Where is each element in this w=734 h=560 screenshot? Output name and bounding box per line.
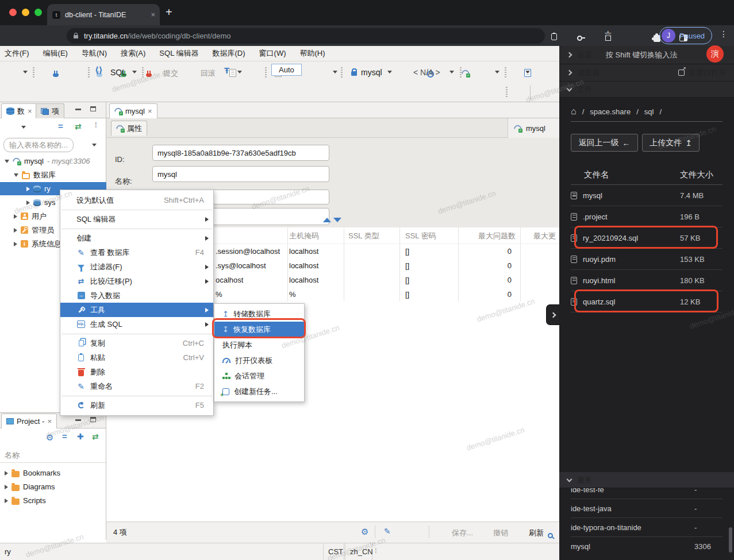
submenu-item-open-dashboard[interactable]: 打开仪表板 <box>214 353 304 368</box>
panel-connection-dropdown-icon[interactable] <box>21 126 26 129</box>
expander-icon[interactable] <box>5 471 8 476</box>
menu-item-generate-sql[interactable]: 生成 SQL <box>60 317 213 331</box>
grid-cell-ssl[interactable]: [] <box>405 290 409 299</box>
expander-icon[interactable] <box>14 214 17 219</box>
project-item-diagrams[interactable]: Diagrams <box>5 480 55 493</box>
minimize-panel-icon[interactable] <box>75 419 81 421</box>
transaction-dropdown-icon[interactable] <box>237 71 242 74</box>
grid-cell-host[interactable]: localhost <box>289 261 318 270</box>
grid-cell-max[interactable]: 0 <box>477 247 512 256</box>
service-row[interactable]: ide-test-java - <box>571 499 723 518</box>
menu-sql-editor[interactable]: SQL 编辑器 <box>159 48 198 59</box>
tree-users[interactable]: 用户 <box>14 210 47 223</box>
grid-header-ssl-type[interactable]: SSL 类型 <box>348 231 379 241</box>
table-filter-input[interactable]: 输入表格名称的... <box>3 138 74 152</box>
tab-close-icon[interactable]: × <box>148 107 152 115</box>
commit-button[interactable]: 提交 <box>163 68 178 79</box>
splitter-up-icon[interactable] <box>323 218 331 222</box>
sidebar-services-row[interactable]: 服务 <box>559 472 734 488</box>
zoom-window-button[interactable] <box>34 9 42 16</box>
grid-cell-user[interactable]: .sys@localhost <box>216 261 266 270</box>
expander-icon[interactable] <box>26 200 30 205</box>
submenu-item-session-manager[interactable]: 会话管理 <box>214 368 304 384</box>
grid-search-icon[interactable] <box>548 533 553 538</box>
undo-button[interactable]: 撤销 <box>493 528 508 538</box>
maximize-panel-icon[interactable] <box>90 106 96 111</box>
splitter-down-icon[interactable] <box>333 218 341 222</box>
filter-dropdown-icon[interactable] <box>92 144 97 146</box>
maximize-panel-icon[interactable] <box>90 417 96 422</box>
home-icon[interactable]: ⌂ <box>571 106 577 117</box>
menu-item-compare-migrate[interactable]: ⇄ 比较/迁移(P) <box>60 274 213 288</box>
open-new-window-label[interactable]: 新窗口打开 <box>689 68 726 78</box>
transaction-mode-icon[interactable]: Ŧ <box>224 65 229 75</box>
expander-icon[interactable] <box>5 499 8 503</box>
menu-help[interactable]: 帮助(H) <box>299 48 325 59</box>
menu-item-rename[interactable]: ✎ 重命名F2 <box>60 379 213 393</box>
grid-cell-max[interactable]: 0 <box>477 290 512 299</box>
expander-icon[interactable] <box>14 242 17 246</box>
grid-cell-user[interactable]: ocalhost <box>216 276 243 284</box>
tab-databases[interactable]: 数 × <box>1 103 37 118</box>
profile-button[interactable]: J Paused <box>659 27 712 44</box>
menu-edit[interactable]: 编辑(E) <box>43 48 68 59</box>
menu-item-filter[interactable]: 过滤器(F) <box>60 260 213 274</box>
disconnect-icon[interactable] <box>145 70 152 78</box>
bookmark-star-icon[interactable]: ☆ <box>604 29 612 39</box>
expander-icon[interactable] <box>5 485 8 489</box>
menu-item-create[interactable]: 创建 <box>60 231 213 245</box>
minimize-panel-icon[interactable] <box>75 109 81 110</box>
grid-header-max-questions[interactable]: 最大问题数 <box>458 231 516 241</box>
menu-item-delete[interactable]: 删除 <box>60 365 213 379</box>
grid-cell-ssl[interactable]: [] <box>405 247 409 256</box>
panel-kebab-icon[interactable]: ⁞ <box>95 121 97 129</box>
new-connection-dropdown-icon[interactable] <box>23 71 28 74</box>
clipboard-icon[interactable] <box>551 33 557 40</box>
sql-dropdown-icon[interactable] <box>132 71 137 74</box>
submenu-item-restore-database[interactable]: ↧ 恢复数据库 <box>214 322 304 337</box>
menu-item-tools[interactable]: 工具 <box>60 303 213 317</box>
upload-file-button[interactable]: 上传文件↥ <box>642 134 700 152</box>
minimize-window-button[interactable] <box>22 9 29 16</box>
menu-navigate[interactable]: 导航(N) <box>82 48 107 59</box>
collapse-all-icon[interactable]: = <box>58 121 63 131</box>
browser-kebab-icon[interactable]: ⋮ <box>720 29 728 38</box>
expander-icon[interactable] <box>14 173 18 177</box>
tab-close-icon[interactable]: × <box>151 10 155 19</box>
tree-databases-folder[interactable]: 数据库 <box>14 168 56 181</box>
collapse-all-icon[interactable]: = <box>62 431 67 441</box>
name-field[interactable] <box>152 166 329 182</box>
history-dropdown-icon[interactable] <box>333 71 337 74</box>
tab-close-icon[interactable]: × <box>28 107 32 115</box>
expand-icon[interactable]: ✚ <box>77 432 84 441</box>
grid-header-max-updates[interactable]: 最大更 <box>533 231 556 241</box>
commit-icon[interactable] <box>229 69 236 77</box>
menu-window[interactable]: 窗口(W) <box>259 48 286 59</box>
link-editor-icon[interactable]: ⇄ <box>75 122 82 131</box>
expander-icon[interactable] <box>5 160 9 163</box>
status-kebab-icon[interactable]: ⁞ <box>375 546 377 555</box>
project-item-bookmarks[interactable]: Bookmarks <box>5 466 60 480</box>
grid-cell-ssl[interactable]: [] <box>405 276 409 284</box>
grid-header-host-mask[interactable]: 主机掩码 <box>289 231 319 241</box>
settings-gear-icon[interactable]: ⚙ <box>46 432 53 443</box>
tasks-dropdown-icon[interactable] <box>495 71 499 74</box>
submenu-item-create-task[interactable]: 创建新任务... <box>214 384 304 399</box>
service-row[interactable]: mysql 3306 <box>571 537 723 556</box>
grid-cell-max[interactable]: 0 <box>477 261 512 270</box>
status-timezone[interactable]: CST <box>323 543 344 560</box>
lock-toolbar-icon[interactable] <box>351 71 357 76</box>
submenu-item-dump-database[interactable]: ↥ 转储数据库 <box>214 306 304 322</box>
menu-item-set-default[interactable]: 设为默认值Shift+Ctrl+A <box>60 193 213 207</box>
grid-cell-host[interactable]: localhost <box>289 247 318 256</box>
grid-cell-ssl[interactable]: [] <box>405 261 409 270</box>
tree-administration[interactable]: 管理员 <box>14 223 54 237</box>
menu-item-view-database[interactable]: ✎ 查看 数据库F4 <box>60 245 213 260</box>
file-row-ruoyi-pdm[interactable]: ruoyi.pdm 153 KB <box>571 249 723 270</box>
schema-select[interactable]: < N/A > <box>413 68 440 77</box>
menu-file[interactable]: 文件(F) <box>5 48 29 59</box>
file-row-ruoyi-html[interactable]: ruoyi.html 180 KB <box>571 270 723 291</box>
expander-icon[interactable] <box>26 187 30 191</box>
service-row[interactable]: ide-typora-on-titanide - <box>571 518 723 537</box>
browser-tab[interactable]: t db-client - TitanIDE × <box>47 4 160 25</box>
